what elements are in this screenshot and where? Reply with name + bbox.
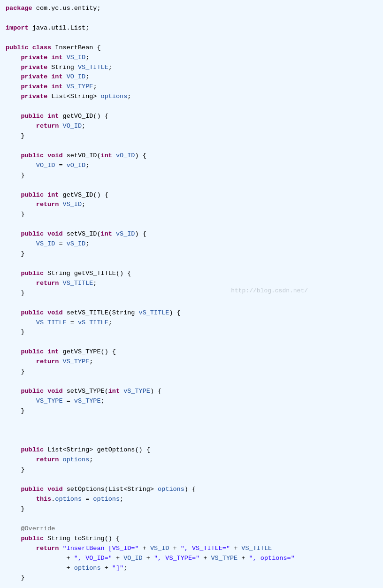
line-field-vsid: private int VS_ID;: [6, 53, 377, 63]
line-setvstitle: public void setVS_TITLE(String vS_TITLE)…: [6, 308, 377, 318]
line-field-vstype: private int VS_TYPE;: [6, 82, 377, 92]
line-setvo-body: VO_ID = vO_ID;: [6, 161, 377, 171]
line-setvstype: public void setVS_TYPE(int vS_TYPE) {: [6, 387, 377, 397]
line-tostring-cont2: + options + "]";: [6, 564, 377, 573]
line-setvstitle-close: }: [6, 328, 377, 337]
line-getvstitle-close: }: [6, 289, 377, 298]
line-setvstype-body: VS_TYPE = vS_TYPE;: [6, 397, 377, 406]
line-getvo-return: return VO_ID;: [6, 122, 377, 131]
line-import: import java.util.List;: [6, 23, 377, 33]
line-getvs: public int getVS_ID() {: [6, 191, 377, 200]
line-setvstitle-body: VS_TITLE = vS_TITLE;: [6, 318, 377, 328]
line-class-decl: public class InsertBean {: [6, 43, 377, 53]
line-getoptions-close: }: [6, 465, 377, 475]
line-field-void: private int VO_ID;: [6, 72, 377, 82]
line-tostring-return: return "InsertBean [VS_ID=" + VS_ID + ",…: [6, 544, 377, 554]
line-field-options: private List<String> options;: [6, 92, 377, 102]
line-setoptions: public void setOptions(List<String> opti…: [6, 485, 377, 495]
line-setvo: public void setVO_ID(int vO_ID) {: [6, 151, 377, 161]
line-getvs-close: }: [6, 210, 377, 220]
line-getoptions-return: return options;: [6, 455, 377, 465]
line-setvo-close: }: [6, 171, 377, 181]
line-getvs-return: return VS_ID;: [6, 200, 377, 210]
line-tostring-close: }: [6, 573, 377, 583]
line-getvo-close: }: [6, 131, 377, 141]
line-setoptions-close: }: [6, 504, 377, 514]
line-override: @Override: [6, 524, 377, 534]
line-setvs-body: VS_ID = vS_ID;: [6, 239, 377, 249]
line-getvstitle-return: return VS_TITLE;: [6, 279, 377, 289]
line-setoptions-body: this.options = options;: [6, 495, 377, 504]
line-setvs-close: }: [6, 249, 377, 259]
line-tostring: public String toString() {: [6, 534, 377, 544]
line-tostring-cont1: + ", VO_ID=" + VO_ID + ", VS_TYPE=" + VS…: [6, 554, 377, 564]
line-getvstitle: public String getVS_TITLE() {: [6, 269, 377, 279]
line-setvs: public void setVS_ID(int vS_ID) {: [6, 229, 377, 239]
line-getvstype-close: }: [6, 367, 377, 377]
line-package: package com.yc.us.entity;: [6, 4, 377, 14]
line-field-vstitle: private String VS_TITLE;: [6, 63, 377, 73]
line-getvstype: public int getVS_TYPE() {: [6, 347, 377, 357]
line-getvstype-return: return VS_TYPE;: [6, 357, 377, 367]
line-getvo: public int getVO_ID() {: [6, 112, 377, 122]
code-editor: http://blog.csdn.net/ package com.yc.us.…: [0, 0, 383, 588]
line-getoptions: public List<String> getOptions() {: [6, 445, 377, 455]
line-setvstype-close: }: [6, 406, 377, 416]
